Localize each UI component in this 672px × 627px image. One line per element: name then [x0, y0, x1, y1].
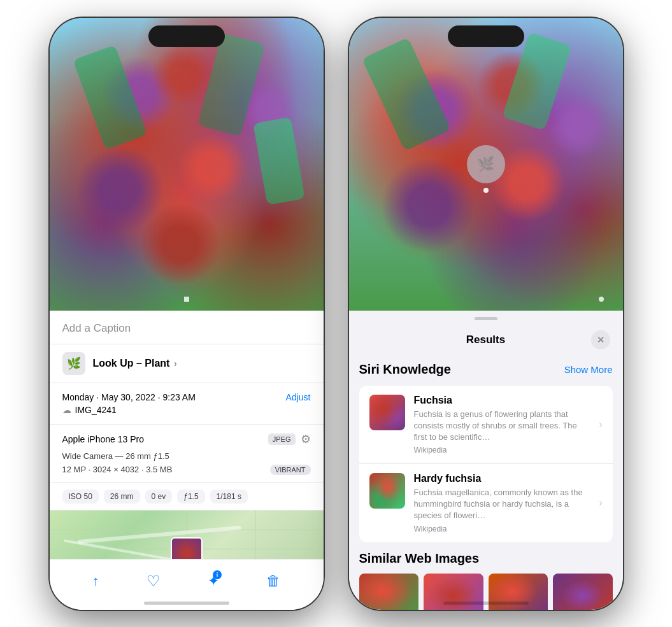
similar-section: Similar Web Images	[349, 542, 623, 610]
right-photo-area: 🌿	[349, 18, 623, 311]
visual-search-leaf-icon: 🌿	[477, 156, 494, 173]
right-phone-screen: 🌿 Results ✕ Siri Knowledge Show More	[349, 18, 623, 610]
lookup-subject: Plant	[145, 358, 169, 369]
info-button[interactable]: ✦ i	[208, 573, 219, 589]
siri-knowledge-header: Siri Knowledge Show More	[359, 362, 613, 382]
tech-specs: ISO 50 26 mm 0 ev ƒ1.5 1/181 s	[50, 483, 324, 511]
lookup-row[interactable]: 🌿 Look Up – Plant ›	[50, 344, 324, 383]
siri-knowledge-title: Siri Knowledge	[359, 362, 451, 377]
caption-area[interactable]: Add a Caption	[50, 311, 324, 344]
format-badge: JPEG	[268, 433, 296, 445]
visual-search-button[interactable]: 🌿	[467, 145, 505, 183]
result-chevron-fuchsia: ›	[599, 419, 602, 430]
similar-title: Similar Web Images	[359, 551, 613, 566]
page-indicator	[184, 297, 189, 302]
phone-notch	[148, 25, 225, 47]
lookup-separator: –	[136, 358, 145, 369]
similar-img-4[interactable]	[553, 574, 613, 610]
filename-text: IMG_4241	[75, 405, 117, 415]
result-item-fuchsia[interactable]: Fuchsia Fuchsia is a genus of flowering …	[359, 386, 613, 464]
results-header: Results ✕	[349, 325, 623, 357]
left-phone-screen: Add a Caption 🌿 Look Up – Plant › Monday…	[50, 18, 324, 610]
result-item-hardy[interactable]: Hardy fuchsia Fuchsia magellanica, commo…	[359, 463, 613, 542]
result-desc-fuchsia: Fuchsia is a genus of flowering plants t…	[414, 409, 590, 444]
results-handle[interactable]	[475, 317, 497, 320]
result-name-fuchsia: Fuchsia	[414, 395, 590, 406]
camera-specs: Wide Camera — 26 mm ƒ1.5	[62, 451, 311, 461]
chevron-icon: ›	[174, 358, 177, 369]
delete-button[interactable]: 🗑	[266, 573, 280, 589]
result-info-fuchsia: Fuchsia Fuchsia is a genus of flowering …	[414, 395, 590, 455]
result-cards: Fuchsia Fuchsia is a genus of flowering …	[359, 386, 613, 542]
iso-spec: ISO 50	[62, 490, 99, 504]
badges: JPEG ⚙	[268, 432, 311, 446]
meta-date: Monday · May 30, 2022 · 9:23 AM	[62, 392, 196, 402]
ev-spec: 0 ev	[145, 490, 173, 504]
result-source-hardy: Wikipedia	[414, 525, 590, 533]
meta-section: Monday · May 30, 2022 · 9:23 AM Adjust ☁…	[50, 383, 324, 425]
device-row: Apple iPhone 13 Pro JPEG ⚙	[62, 432, 311, 446]
siri-knowledge-section: Siri Knowledge Show More	[349, 357, 623, 386]
similar-img-1[interactable]	[359, 574, 419, 610]
focal-spec: 26 mm	[104, 490, 140, 504]
caption-placeholder[interactable]: Add a Caption	[62, 322, 131, 334]
result-thumb-fuchsia	[369, 395, 405, 430]
device-name: Apple iPhone 13 Pro	[62, 434, 144, 444]
result-info-hardy: Hardy fuchsia Fuchsia magellanica, commo…	[414, 473, 590, 533]
settings-icon[interactable]: ⚙	[301, 432, 311, 446]
cloud-icon: ☁	[62, 405, 71, 415]
adjust-button[interactable]: Adjust	[286, 392, 311, 402]
camera-specs2: 12 MP · 3024 × 4032 · 3.5 MB VIBRANT	[62, 465, 311, 475]
resolution-text: 12 MP · 3024 × 4032 · 3.5 MB	[62, 465, 173, 474]
lookup-text: Look Up – Plant ›	[93, 358, 177, 369]
result-source-fuchsia: Wikipedia	[414, 446, 590, 454]
home-indicator	[144, 602, 229, 605]
meta-date-row: Monday · May 30, 2022 · 9:23 AM Adjust	[62, 392, 311, 402]
right-phone-notch	[448, 25, 524, 47]
result-name-hardy: Hardy fuchsia	[414, 473, 590, 484]
result-desc-hardy: Fuchsia magellanica, commonly known as t…	[414, 487, 590, 522]
leaf-icon: 🌿	[67, 356, 81, 370]
vibrant-badge: VIBRANT	[270, 465, 311, 475]
result-chevron-hardy: ›	[599, 497, 602, 509]
meta-filename: ☁ IMG_4241	[62, 405, 311, 415]
lookup-icon: 🌿	[62, 352, 85, 375]
device-section: Apple iPhone 13 Pro JPEG ⚙ Wide Camera —…	[50, 425, 324, 483]
info-badge-dot: i	[213, 570, 222, 579]
left-phone: Add a Caption 🌿 Look Up – Plant › Monday…	[50, 18, 324, 610]
result-thumb-hardy	[369, 473, 405, 509]
visual-search-dot	[483, 188, 489, 193]
photo-area[interactable]	[50, 18, 324, 311]
aperture-spec: ƒ1.5	[177, 490, 204, 504]
results-title: Results	[381, 334, 591, 346]
shutter-spec: 1/181 s	[210, 490, 248, 504]
like-button[interactable]: ♡	[147, 572, 161, 590]
right-home-indicator	[443, 602, 529, 605]
close-button[interactable]: ✕	[591, 330, 610, 349]
flower-photo	[50, 18, 324, 311]
show-more-button[interactable]: Show More	[564, 364, 613, 375]
close-icon: ✕	[597, 335, 604, 345]
results-panel: Results ✕ Siri Knowledge Show More Fuc	[349, 311, 623, 610]
right-phone: 🌿 Results ✕ Siri Knowledge Show More	[349, 18, 623, 610]
share-button[interactable]: ↑	[92, 573, 99, 589]
lookup-label: Look Up	[93, 358, 134, 369]
